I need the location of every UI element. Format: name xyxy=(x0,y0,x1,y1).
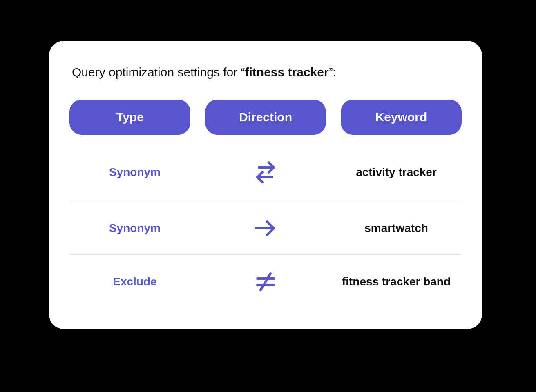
title-term: fitness tracker xyxy=(245,65,329,79)
table-header-row: Type Direction Keyword xyxy=(69,100,462,135)
settings-card: Query optimization settings for “fitness… xyxy=(49,41,482,329)
header-type: Type xyxy=(69,100,190,135)
row-direction xyxy=(200,270,331,293)
row-type: Synonym xyxy=(69,166,200,179)
row-direction xyxy=(200,158,331,186)
table-row: Synonym smartwatch xyxy=(69,202,462,255)
table-row: Synonym activity tracker xyxy=(69,143,462,202)
svg-line-5 xyxy=(261,274,270,290)
not-equal-icon xyxy=(253,270,278,293)
card-title: Query optimization settings for “fitness… xyxy=(72,65,462,79)
title-quote-close: ” xyxy=(329,65,333,79)
row-keyword: fitness tracker band xyxy=(331,275,462,288)
row-type: Synonym xyxy=(69,222,200,235)
header-keyword: Keyword xyxy=(341,100,462,135)
bidirectional-arrows-icon xyxy=(252,158,279,186)
arrow-right-icon xyxy=(252,218,279,239)
row-keyword: activity tracker xyxy=(331,166,462,179)
title-quote-open: “ xyxy=(241,65,245,79)
table-row: Exclude fitness tracker band xyxy=(69,255,462,309)
row-direction xyxy=(200,218,331,239)
row-type: Exclude xyxy=(69,275,200,288)
header-direction: Direction xyxy=(205,100,326,135)
row-keyword: smartwatch xyxy=(331,222,462,235)
title-prefix: Query optimization settings for xyxy=(72,65,241,79)
title-suffix: : xyxy=(333,65,336,79)
